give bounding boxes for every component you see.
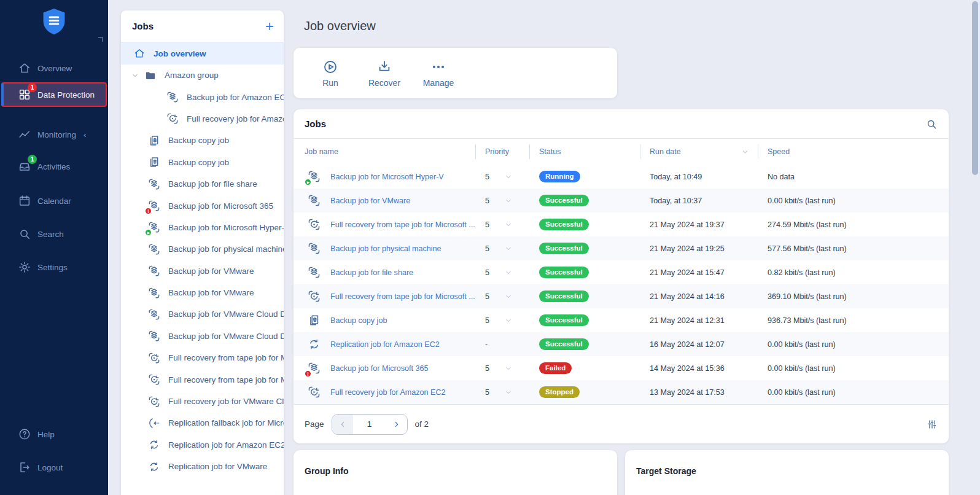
tree-item-full-recovery-job-for-amazon-ec2[interactable]: Full recovery job for Amazon EC2 (121, 108, 284, 130)
priority-dropdown-chevron-icon[interactable] (504, 244, 513, 253)
table-row-backup-job-for-vmware[interactable]: Backup job for VMware5SuccessfulToday, a… (294, 189, 949, 212)
column-header-job-name[interactable]: Job name (294, 144, 475, 159)
table-row-backup-job-for-microsoft-hyper-v[interactable]: ▶Backup job for Microsoft Hyper-V5Runnin… (294, 165, 949, 189)
tree-item-backup-job-for-vmware[interactable]: Backup job for VMware (121, 282, 284, 303)
tree-item-label: Full recovery job for VMware Cloud Direc… (168, 397, 284, 406)
tree-item-label: Replication job for Amazon EC2 (168, 440, 284, 450)
vertical-scrollbar-thumb[interactable] (972, 1, 978, 175)
job-name-link[interactable]: Replication job for Amazon EC2 (322, 340, 475, 349)
failback-icon (148, 417, 160, 429)
tree-item-backup-job-for-physical-machine[interactable]: Backup job for physical machine (121, 238, 284, 260)
tree-item-label: Backup job for VMware (168, 288, 254, 297)
search-icon[interactable] (925, 118, 938, 130)
run-button[interactable]: Run (308, 59, 352, 88)
previous-page-button[interactable] (332, 415, 353, 434)
table-settings-sliders-icon[interactable] (927, 419, 938, 430)
status-badge: Running (539, 171, 580, 182)
collapse-chevron-icon[interactable]: ‹ (84, 130, 87, 139)
sidebar-collapse-corner-icon[interactable] (98, 37, 103, 42)
job-name-link[interactable]: Full recovery from tape job for Microsof… (322, 292, 475, 301)
sidebar-item-help[interactable]: Help (0, 423, 108, 446)
tree-item-full-recovery-from-tape-job-for-microsoft-365[interactable]: Full recovery from tape job for Microsof… (121, 368, 284, 390)
tree-item-label: Backup job for physical machine (168, 244, 284, 254)
status-badge: Successful (539, 195, 589, 206)
run-date-value: Today, at 10:37 (640, 197, 758, 205)
priority-dropdown-chevron-icon[interactable] (504, 220, 513, 229)
table-row-full-recovery-from-tape-job-for-microsoft[interactable]: Full recovery from tape job for Microsof… (294, 284, 949, 308)
priority-dropdown-chevron-icon[interactable] (504, 173, 513, 181)
table-row-backup-copy-job[interactable]: Backup copy job5Successful21 May 2024 at… (294, 308, 949, 332)
job-name-link[interactable]: Backup job for physical machine (322, 244, 475, 253)
tree-item-replication-job-for-amazon-ec2[interactable]: Replication job for Amazon EC2 (121, 434, 284, 456)
tree-item-job-overview[interactable]: Job overview (121, 42, 284, 64)
pagination-row: Page 1 of 2 (294, 404, 949, 443)
table-row-full-recovery-job-for-amazon-ec2[interactable]: Full recovery job for Amazon EC25Stopped… (294, 380, 949, 404)
status-badge: Successful (539, 219, 589, 230)
tree-item-full-recovery-job-for-vmware-cloud-director[interactable]: Full recovery job for VMware Cloud Direc… (121, 391, 284, 412)
tree-item-backup-job-for-vmware-cloud-director[interactable]: Backup job for VMware Cloud Director (121, 303, 284, 325)
column-header-speed[interactable]: Speed (758, 144, 949, 159)
run-date-value: 13 May 2024 at 17:53 (640, 388, 758, 397)
tree-item-replication-job-for-vmware[interactable]: Replication job for VMware (121, 456, 284, 477)
priority-dropdown-chevron-icon[interactable] (504, 292, 513, 301)
sidebar-item-label: Data Protection (37, 90, 95, 99)
job-name-link[interactable]: Backup job for Microsoft Hyper-V (322, 173, 475, 181)
column-header-run-date[interactable]: Run date (640, 144, 758, 159)
tree-item-backup-job-for-microsoft-hyper-v[interactable]: ▶Backup job for Microsoft Hyper-V (121, 217, 284, 238)
table-row-backup-job-for-physical-machine[interactable]: Backup job for physical machine5Successf… (294, 236, 949, 260)
tree-item-backup-copy-job[interactable]: Backup copy job (121, 152, 284, 173)
tree-item-backup-job-for-vmware-cloud-director[interactable]: Backup job for VMware Cloud Director (121, 325, 284, 347)
priority-dropdown-chevron-icon[interactable] (504, 268, 513, 277)
sidebar: Overview 1 Data Protection Monitoring ‹1… (0, 0, 108, 495)
sidebar-item-overview[interactable]: Overview (0, 57, 108, 80)
tree-item-backup-job-for-file-share[interactable]: Backup job for file share (121, 173, 284, 195)
tree-item-replication-failback-job-for-microsoft-hyper-v[interactable]: Replication failback job for Microsoft H… (121, 412, 284, 434)
speed-value: 274.59 Mbit/s (last run) (758, 220, 949, 229)
job-name-link[interactable]: Full recovery from tape job for Microsof… (322, 220, 475, 229)
tree-item-backup-copy-job[interactable]: Backup copy job (121, 130, 284, 151)
job-name-link[interactable]: Backup job for file share (322, 268, 475, 277)
recover-button[interactable]: Recover (362, 59, 406, 88)
tree-item-backup-job-for-vmware[interactable]: Backup job for VMware (121, 260, 284, 282)
tree-item-label: Backup job for VMware (168, 267, 254, 276)
table-row-full-recovery-from-tape-job-for-microsoft[interactable]: Full recovery from tape job for Microsof… (294, 212, 949, 236)
sort-chevron-down-icon[interactable] (741, 148, 749, 156)
tree-item-backup-job-for-amazon-ec2[interactable]: Backup job for Amazon EC2 (121, 86, 284, 107)
current-page-value[interactable]: 1 (353, 419, 386, 429)
job-name-link[interactable]: Backup job for Microsoft 365 (322, 364, 475, 373)
job-name-link[interactable]: Backup copy job (322, 316, 475, 325)
table-row-backup-job-for-file-share[interactable]: Backup job for file share5Successful21 M… (294, 260, 949, 284)
sidebar-item-monitoring[interactable]: Monitoring ‹ (0, 123, 108, 146)
table-column-headers: Job namePriorityStatusRun dateSpeed (294, 139, 949, 165)
priority-dropdown-chevron-icon[interactable] (504, 197, 513, 205)
sidebar-item-calendar[interactable]: Calendar (0, 189, 108, 212)
table-row-replication-job-for-amazon-ec2[interactable]: Replication job for Amazon EC2-Successfu… (294, 332, 949, 356)
table-row-backup-job-for-microsoft-365[interactable]: !Backup job for Microsoft 3655Failed14 M… (294, 356, 949, 380)
logout-icon (18, 461, 31, 474)
next-page-button[interactable] (386, 415, 407, 434)
column-header-priority[interactable]: Priority (475, 144, 529, 159)
sidebar-item-data-protection[interactable]: 1 Data Protection (1, 82, 107, 107)
status-badge: Successful (539, 290, 589, 302)
folder-icon (144, 69, 157, 82)
priority-dropdown-chevron-icon[interactable] (504, 388, 513, 397)
tree-item-amazon-group[interactable]: Amazon group (121, 64, 284, 86)
tree-item-backup-job-for-microsoft-365[interactable]: !Backup job for Microsoft 365 (121, 195, 284, 216)
sidebar-item-logout[interactable]: Logout (0, 456, 108, 479)
job-name-link[interactable]: Full recovery job for Amazon EC2 (322, 388, 475, 397)
chevron-down-icon[interactable] (131, 71, 139, 80)
sidebar-item-search[interactable]: Search (0, 222, 108, 246)
sidebar-item-label: Monitoring (37, 130, 76, 139)
running-play-badge-icon: ▶ (304, 178, 312, 186)
manage-button[interactable]: Manage (416, 59, 461, 88)
priority-dropdown-chevron-icon[interactable] (504, 364, 513, 373)
tree-item-full-recovery-from-tape-job-for-microsoft-365[interactable]: Full recovery from tape job for Microsof… (121, 347, 284, 368)
sidebar-item-settings[interactable]: Settings (0, 255, 108, 279)
sidebar-item-activities[interactable]: 1 Activities (0, 155, 108, 178)
add-job-button[interactable]: + (265, 19, 274, 34)
priority-dropdown-chevron-icon[interactable] (504, 316, 513, 325)
job-name-link[interactable]: Backup job for VMware (322, 197, 475, 205)
action-label: Manage (423, 78, 454, 88)
column-header-status[interactable]: Status (529, 144, 640, 159)
priority-value: 5 (485, 268, 489, 277)
